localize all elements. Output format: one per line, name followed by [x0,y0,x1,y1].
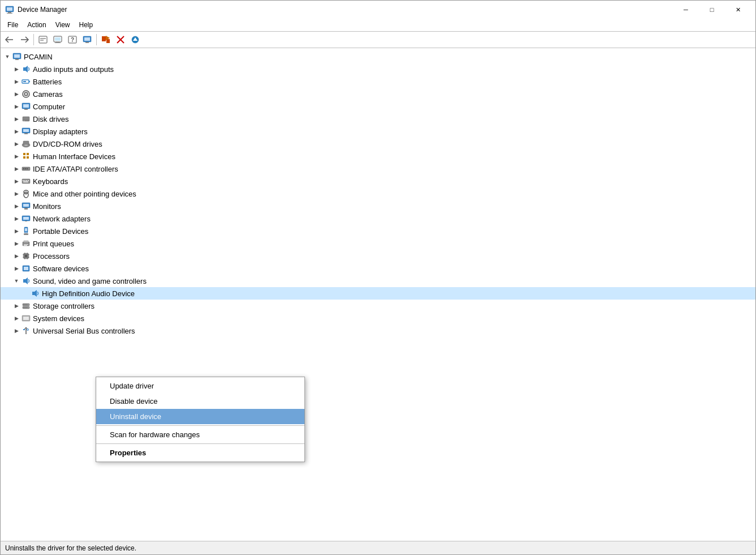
ctx-uninstall-device[interactable]: Uninstall device [96,409,304,424]
tree-item-batteries[interactable]: ▶ Batteries [1,75,755,88]
ctx-scan-changes[interactable]: Scan for hardware changes [96,427,304,442]
tree-item-hid[interactable]: ▶ Human Interface Devices [1,150,755,163]
processors-expander[interactable]: ▶ [12,251,21,261]
menu-view[interactable]: View [51,20,75,30]
storage-expander[interactable]: ▶ [12,301,21,310]
status-text: Uninstalls the driver for the selected d… [5,544,136,552]
tree-item-storage[interactable]: ▶ Storage controllers [1,300,755,312]
svg-rect-71 [25,228,27,231]
dvd-expander[interactable]: ▶ [12,139,21,148]
display-expander[interactable]: ▶ [12,127,21,136]
keyboards-expander[interactable]: ▶ [12,177,21,186]
svg-rect-27 [15,59,19,60]
svg-rect-46 [23,141,29,144]
tree-item-sound[interactable]: ▼ Sound, video and game controllers [1,275,755,287]
mice-expander[interactable]: ▶ [12,189,21,198]
computer-expander[interactable]: ▶ [12,102,21,111]
scan-button[interactable] [99,33,113,46]
menu-action[interactable]: Action [23,20,50,30]
tree-item-cameras[interactable]: ▶ Cameras [1,88,755,100]
hid-expander[interactable]: ▶ [12,152,21,161]
audio-expander[interactable]: ▶ [12,65,21,74]
svg-rect-79 [25,255,27,257]
software-label: Software devices [33,264,89,273]
usb-icon [21,326,31,336]
svg-rect-49 [23,156,25,159]
tree-item-computer[interactable]: ▶ Computer [1,100,755,113]
tree-item-hd-audio[interactable]: ▶ High Definition Audio Device [1,287,755,300]
svg-rect-11 [56,42,59,42]
svg-rect-97 [23,317,29,320]
disk-expander[interactable]: ▶ [12,114,21,123]
menu-file[interactable]: File [3,20,23,30]
tree-item-portable[interactable]: ▶ Portable Devices [1,225,755,237]
menu-help[interactable]: Help [75,20,98,30]
svg-rect-52 [23,168,24,169]
network-icon [21,214,31,224]
help-btn[interactable]: ? [66,33,79,46]
network-expander[interactable]: ▶ [12,214,21,223]
tree-item-keyboards[interactable]: ▶ Keyboards [1,175,755,187]
tree-root[interactable]: ▼ PCAMIN [1,50,755,63]
tree-item-dvd[interactable]: ▶ DVD/CD-ROM drives [1,138,755,150]
usb-expander[interactable]: ▶ [12,326,21,335]
batteries-expander[interactable]: ▶ [12,77,21,86]
tree-item-mice[interactable]: ▶ Mice and other pointing devices [1,187,755,200]
tree-item-disk[interactable]: ▶ Disk drives [1,113,755,125]
disk-icon [21,114,31,124]
svg-rect-60 [23,182,28,183]
device-manager-window: Device Manager ─ □ ✕ File Action View He… [0,0,756,555]
ide-expander[interactable]: ▶ [12,164,21,173]
minimize-button[interactable]: ─ [673,1,699,19]
back-button[interactable] [3,33,16,46]
software-expander[interactable]: ▶ [12,264,21,273]
sound-expander[interactable]: ▼ [12,276,21,285]
ctx-update-driver[interactable]: Update driver [96,378,304,394]
maximize-button[interactable]: □ [699,1,725,19]
portable-expander[interactable]: ▶ [12,227,21,236]
tree-item-network[interactable]: ▶ Network adapters [1,212,755,225]
dvd-icon [21,139,31,149]
tree-item-display[interactable]: ▶ Display adapters [1,125,755,138]
svg-rect-3 [7,13,12,14]
tree-item-ide[interactable]: ▶ IDE ATA/ATAPI controllers [1,163,755,175]
tree-item-software[interactable]: ▶ Software devices [1,262,755,275]
print-expander[interactable]: ▶ [12,239,21,248]
tree-item-processors[interactable]: ▶ Processors [1,250,755,262]
display-icon [21,126,31,136]
svg-rect-31 [23,81,26,82]
properties-btn[interactable] [36,33,50,46]
tree-item-usb[interactable]: ▶ Universal Serial Bus controllers [1,325,755,337]
context-menu: Update driver Disable device Uninstall d… [96,377,305,462]
hid-icon [21,151,31,161]
forward-button[interactable] [18,33,31,46]
svg-rect-56 [23,180,24,181]
system-expander[interactable]: ▶ [12,314,21,323]
monitors-expander[interactable]: ▶ [12,202,21,211]
hid-label: Human Interface Devices [33,152,115,161]
ctx-separator-2 [96,443,304,444]
svg-rect-68 [23,217,29,220]
svg-rect-66 [24,208,28,210]
display-btn[interactable] [80,33,94,46]
tree-item-print[interactable]: ▶ Print queues [1,237,755,250]
toolbar: ? [1,31,755,48]
processors-label: Processors [33,252,70,261]
device-manager-btn[interactable] [51,33,65,46]
svg-rect-19 [106,39,110,43]
close-button[interactable]: ✕ [725,1,751,19]
root-expander[interactable]: ▼ [3,52,12,61]
ctx-properties[interactable]: Properties [96,445,304,460]
tree-item-monitors[interactable]: ▶ Monitors [1,200,755,212]
tree-item-audio[interactable]: ▶ Audio inputs and outputs [1,63,755,75]
svg-point-95 [28,307,29,308]
mice-label: Mice and other pointing devices [33,190,136,198]
svg-marker-90 [23,278,28,284]
svg-text:?: ? [71,37,74,43]
cameras-expander[interactable]: ▶ [12,89,21,99]
tree-item-system[interactable]: ▶ System devices [1,312,755,325]
ctx-disable-device[interactable]: Disable device [96,394,304,409]
update-btn[interactable] [128,33,142,46]
uninstall-button[interactable] [114,33,127,46]
display-label: Display adapters [33,127,88,136]
